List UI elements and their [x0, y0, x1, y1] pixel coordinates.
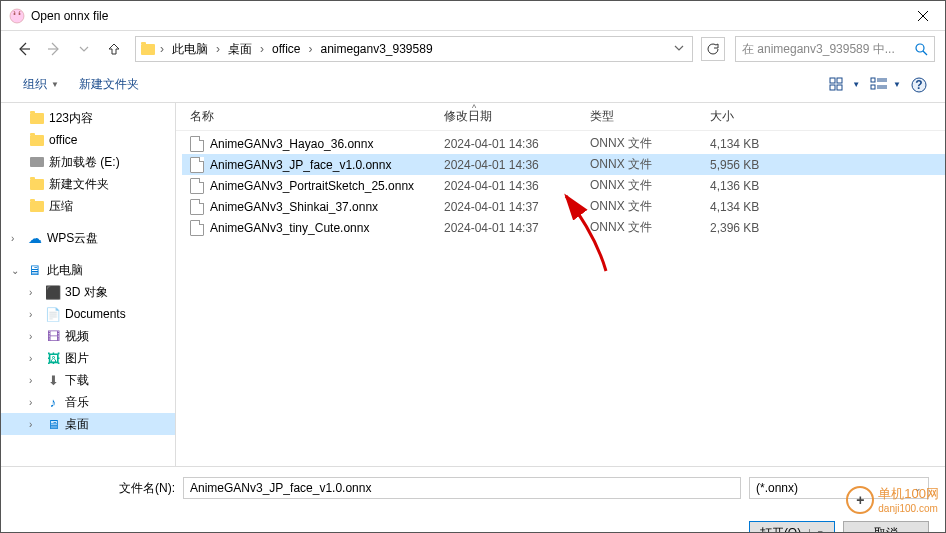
file-icon: [190, 178, 204, 194]
navbar: › 此电脑 › 桌面 › office › animeganv3_939589 …: [1, 31, 945, 67]
app-icon: [9, 8, 25, 24]
sidebar: 123内容 office 新加载卷 (E:) 新建文件夹 压缩 ›☁WPS云盘 …: [1, 103, 176, 466]
view-details-button[interactable]: ▼: [868, 75, 903, 95]
breadcrumb-seg-pc[interactable]: 此电脑: [166, 37, 214, 61]
column-header-row: ^ 名称 修改日期 类型 大小: [176, 103, 945, 131]
breadcrumb-seg-office[interactable]: office: [266, 37, 306, 61]
search-placeholder: 在 animeganv3_939589 中...: [742, 41, 914, 58]
cancel-button[interactable]: 取消: [843, 521, 929, 533]
chevron-right-icon[interactable]: ›: [306, 42, 314, 56]
file-row[interactable]: AnimeGANv3_Shinkai_37.onnx 2024-04-01 14…: [182, 196, 945, 217]
organize-button[interactable]: 组织▼: [17, 74, 65, 95]
filename-input[interactable]: [183, 477, 741, 499]
folder-icon: [138, 39, 158, 59]
svg-point-3: [916, 44, 924, 52]
help-button[interactable]: ?: [909, 75, 929, 95]
sidebar-item-desktop[interactable]: ›🖥桌面: [1, 413, 175, 435]
chevron-right-icon[interactable]: ›: [214, 42, 222, 56]
sidebar-item-thispc[interactable]: ⌄🖥此电脑: [1, 259, 175, 281]
search-input[interactable]: 在 animeganv3_939589 中...: [735, 36, 935, 62]
svg-rect-7: [837, 85, 842, 90]
breadcrumb-seg-desktop[interactable]: 桌面: [222, 37, 258, 61]
close-button[interactable]: [900, 1, 945, 31]
file-list-body: AnimeGANv3_Hayao_36.onnx 2024-04-01 14:3…: [176, 131, 945, 466]
column-header-date[interactable]: 修改日期: [436, 108, 582, 125]
breadcrumb-seg-current[interactable]: animeganv3_939589: [314, 37, 438, 61]
sidebar-item-drive-e[interactable]: 新加载卷 (E:): [1, 151, 175, 173]
sort-indicator-icon: ^: [472, 103, 476, 113]
sidebar-item-documents[interactable]: ›📄Documents: [1, 303, 175, 325]
forward-button[interactable]: [41, 36, 67, 62]
filename-label: 文件名(N):: [119, 480, 175, 497]
search-icon: [914, 42, 928, 56]
chevron-right-icon[interactable]: ›: [258, 42, 266, 56]
titlebar: Open onnx file: [1, 1, 945, 31]
open-button[interactable]: 打开(O)▼: [749, 521, 835, 533]
sidebar-item-videos[interactable]: ›🎞视频: [1, 325, 175, 347]
file-row[interactable]: AnimeGANv3_Hayao_36.onnx 2024-04-01 14:3…: [182, 133, 945, 154]
file-icon: [190, 220, 204, 236]
breadcrumb[interactable]: › 此电脑 › 桌面 › office › animeganv3_939589: [135, 36, 693, 62]
chevron-right-icon[interactable]: ›: [158, 42, 166, 56]
sidebar-item-wps[interactable]: ›☁WPS云盘: [1, 227, 175, 249]
svg-rect-5: [837, 78, 842, 83]
svg-rect-9: [871, 85, 875, 89]
svg-rect-6: [830, 85, 835, 90]
main-area: 123内容 office 新加载卷 (E:) 新建文件夹 压缩 ›☁WPS云盘 …: [1, 103, 945, 466]
up-button[interactable]: [101, 36, 127, 62]
back-button[interactable]: [11, 36, 37, 62]
file-row[interactable]: AnimeGANv3_JP_face_v1.0.onnx 2024-04-01 …: [182, 154, 945, 175]
svg-rect-4: [830, 78, 835, 83]
bottom-panel: 文件名(N): (*.onnx)⌄ 打开(O)▼ 取消: [1, 466, 945, 533]
sidebar-item-compress[interactable]: 压缩: [1, 195, 175, 217]
column-header-name[interactable]: 名称: [182, 108, 436, 125]
toolbar: 组织▼ 新建文件夹 ▼ ▼ ?: [1, 67, 945, 103]
svg-rect-8: [871, 78, 875, 82]
column-header-size[interactable]: 大小: [702, 108, 802, 125]
refresh-button[interactable]: [701, 37, 725, 61]
breadcrumb-dropdown[interactable]: [668, 42, 690, 56]
svg-text:?: ?: [915, 78, 922, 92]
svg-point-2: [19, 13, 21, 15]
newfolder-button[interactable]: 新建文件夹: [73, 74, 145, 95]
view-icons-button[interactable]: ▼: [827, 75, 862, 95]
file-row[interactable]: AnimeGANv3_PortraitSketch_25.onnx 2024-0…: [182, 175, 945, 196]
sidebar-item-3d[interactable]: ›⬛3D 对象: [1, 281, 175, 303]
sidebar-item-music[interactable]: ›♪音乐: [1, 391, 175, 413]
sidebar-item-downloads[interactable]: ›⬇下载: [1, 369, 175, 391]
file-list: ^ 名称 修改日期 类型 大小 AnimeGANv3_Hayao_36.onnx…: [176, 103, 945, 466]
sidebar-item-office[interactable]: office: [1, 129, 175, 151]
file-icon: [190, 136, 204, 152]
file-icon: [190, 199, 204, 215]
filetype-filter[interactable]: (*.onnx)⌄: [749, 477, 929, 499]
file-icon: [190, 157, 204, 173]
svg-point-0: [10, 9, 24, 23]
sidebar-item-123[interactable]: 123内容: [1, 107, 175, 129]
column-header-type[interactable]: 类型: [582, 108, 702, 125]
file-row[interactable]: AnimeGANv3_tiny_Cute.onnx 2024-04-01 14:…: [182, 217, 945, 238]
sidebar-item-newfolder[interactable]: 新建文件夹: [1, 173, 175, 195]
svg-point-1: [14, 13, 16, 15]
sidebar-item-pictures[interactable]: ›🖼图片: [1, 347, 175, 369]
window-title: Open onnx file: [31, 9, 900, 23]
recent-dropdown[interactable]: [71, 36, 97, 62]
